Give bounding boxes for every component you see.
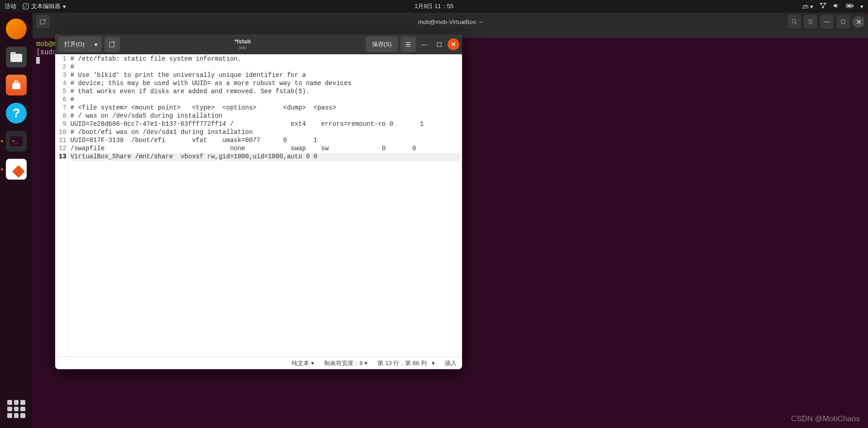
svg-rect-15 [437,43,441,47]
volume-icon[interactable] [833,2,840,10]
hamburger-icon [405,41,411,48]
gedit-headerbar: 打开(O) ▾ *fstab /etc 保存(S) — [55,34,462,54]
hamburger-icon [807,19,814,25]
gedit-statusbar: 纯文本 ▾ 制表符宽度：8 ▾ 第 13 行，第 66 列 ▾ 插入 [55,357,462,369]
dock-show-apps[interactable] [4,396,29,422]
svg-rect-6 [853,5,854,7]
new-tab-button[interactable] [104,37,120,52]
svg-rect-7 [10,54,22,62]
terminal-close-button[interactable]: ✕ [853,16,864,28]
dock-gedit[interactable] [4,157,29,182]
open-button[interactable]: 打开(O) [58,37,91,52]
chevron-down-icon: ▾ [63,3,66,10]
watermark: CSDN @MobChaos [791,414,860,423]
dock-software[interactable] [4,72,29,98]
svg-point-12 [792,19,796,23]
dock-files[interactable] [4,44,29,70]
gedit-minimize-button[interactable]: — [419,37,430,52]
dock: ? >_ [0,13,33,428]
new-doc-icon [108,41,116,48]
close-icon [451,42,456,47]
terminal-title: mob@mob-VirtualBox: ~ [418,19,482,25]
gedit-menu-button[interactable] [401,37,416,52]
terminal-menu-button[interactable] [804,15,817,29]
gedit-close-button[interactable] [448,38,459,50]
svg-rect-13 [841,20,845,24]
app-menu[interactable]: 文本编辑器 ▾ [23,2,66,10]
network-icon[interactable] [820,2,826,10]
dock-help[interactable]: ? [4,100,29,126]
chevron-down-icon[interactable]: ▾ [860,3,863,10]
activities-button[interactable]: 活动 [5,2,16,10]
terminal-maximize-button[interactable] [836,15,850,29]
gedit-window: 打开(O) ▾ *fstab /etc 保存(S) — 123456789101… [55,34,462,369]
cursor-position[interactable]: 第 13 行，第 66 列 ▾ [377,359,435,367]
maximize-icon [840,19,846,24]
insert-mode: 插入 [445,359,457,367]
clock[interactable]: 1月9日 11：55 [415,2,453,10]
svg-rect-8 [10,52,16,55]
syntax-selector[interactable]: 纯文本 ▾ [292,359,314,367]
svg-rect-11 [40,20,45,24]
battery-icon[interactable] [846,3,854,10]
search-icon [791,19,797,25]
terminal-new-tab-button[interactable] [36,15,50,29]
code-content[interactable]: # /etc/fstab: static file system informa… [69,54,462,357]
dock-terminal[interactable]: >_ [4,128,29,154]
svg-rect-5 [847,5,851,7]
editor-area[interactable]: 12345678910111213 # /etc/fstab: static f… [55,54,462,357]
line-gutter: 12345678910111213 [55,54,69,357]
open-recent-button[interactable]: ▾ [91,37,102,52]
gnome-topbar: 活动 文本编辑器 ▾ 1月9日 11：55 zh ▾ ▾ [0,0,868,13]
maximize-icon [437,42,442,47]
gedit-maximize-button[interactable] [433,37,445,52]
svg-text:>_: >_ [12,138,18,144]
terminal-cursor [36,57,40,64]
gedit-title: *fstab /etc [123,38,363,51]
tabwidth-selector[interactable]: 制表符宽度：8 ▾ [324,359,368,367]
dock-firefox[interactable] [4,16,29,42]
new-tab-icon [40,19,46,25]
input-source[interactable]: zh ▾ [802,3,813,10]
svg-rect-14 [109,42,114,47]
app-menu-label: 文本编辑器 [31,2,61,10]
save-button[interactable]: 保存(S) [366,37,398,52]
terminal-search-button[interactable] [788,15,801,29]
gedit-menu-icon [23,3,29,10]
terminal-minimize-button[interactable]: — [820,15,834,29]
